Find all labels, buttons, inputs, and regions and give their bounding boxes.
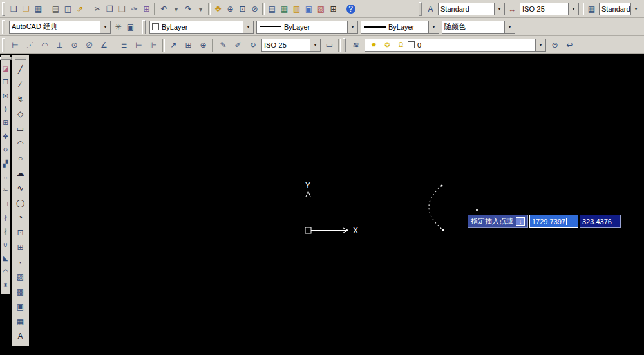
toolbar-grip[interactable] xyxy=(0,57,12,60)
help-button[interactable]: ? xyxy=(345,3,357,15)
make-objects-layer-current-button[interactable]: ⊜ xyxy=(548,39,562,52)
my-workspace-button[interactable]: ▣ xyxy=(124,21,137,34)
dim-angular-button[interactable]: ∠ xyxy=(97,39,111,52)
toolbar-grip[interactable] xyxy=(142,20,146,34)
center-mark-button[interactable]: ⊕ xyxy=(196,39,210,52)
dropdown-arrow-icon[interactable]: ▾ xyxy=(243,21,253,33)
match-properties-button[interactable]: ✑ xyxy=(128,3,140,15)
dropdown-arrow-icon[interactable]: ▾ xyxy=(630,3,641,15)
line-button[interactable]: ╱ xyxy=(14,62,28,77)
region-button[interactable]: ▣ xyxy=(14,299,28,314)
properties-button[interactable]: ▤ xyxy=(266,3,278,15)
dim-style-button[interactable]: ↔ xyxy=(506,3,518,15)
workspace-settings-button[interactable]: ✳ xyxy=(112,21,124,34)
save-button[interactable]: ▦ xyxy=(32,3,44,15)
layer-on-button[interactable]: ✹ xyxy=(368,41,380,50)
hatch-button[interactable]: ▨ xyxy=(14,269,28,284)
gradient-button[interactable]: ▩ xyxy=(14,284,28,299)
break-at-point-button[interactable]: ∤ xyxy=(1,211,11,224)
quick-leader-button[interactable]: ↗ xyxy=(167,39,180,52)
layer-properties-manager-button[interactable]: ≋ xyxy=(349,39,363,52)
fillet-button[interactable]: ◠ xyxy=(1,265,11,278)
multiline-text-button[interactable]: A xyxy=(14,329,28,343)
toolbar-grip[interactable] xyxy=(15,57,26,60)
sheet-set-manager-button[interactable]: ▣ xyxy=(303,3,315,15)
dropdown-arrow-icon[interactable]: ▾ xyxy=(504,21,515,33)
pan-button[interactable]: ✥ xyxy=(212,3,224,15)
dropdown-arrow-icon[interactable]: ▾ xyxy=(428,21,439,33)
tool-palettes-button[interactable]: ▥ xyxy=(290,3,303,15)
undo-options-button[interactable]: ▾ xyxy=(170,3,182,15)
ellipse-button[interactable]: ◯ xyxy=(14,195,28,210)
erase-button[interactable]: ◪ xyxy=(1,62,11,75)
table-style-combo[interactable]: Standard ▾ xyxy=(599,3,641,15)
join-button[interactable]: ∪ xyxy=(1,238,11,251)
layer-unlock-button[interactable]: Ω xyxy=(395,41,407,50)
plot-preview-button[interactable]: ◫ xyxy=(62,3,74,15)
dropdown-arrow-icon[interactable]: ▾ xyxy=(347,21,357,33)
zoom-window-button[interactable]: ⊡ xyxy=(236,3,249,15)
redo-options-button[interactable]: ▾ xyxy=(194,3,207,15)
dropdown-arrow-icon[interactable]: ▾ xyxy=(310,39,320,51)
table-button[interactable]: ▦ xyxy=(14,314,28,329)
arc-button[interactable]: ◠ xyxy=(14,136,28,151)
mirror-button[interactable]: ⋈ xyxy=(1,89,11,102)
offset-button[interactable]: ≬ xyxy=(1,102,11,116)
designcenter-button[interactable]: ▦ xyxy=(278,3,290,15)
dim-diameter-button[interactable]: ∅ xyxy=(82,39,96,52)
dim-edit-button[interactable]: ✎ xyxy=(216,39,230,52)
copy-button[interactable]: ❐ xyxy=(104,3,116,15)
polyline-button[interactable]: ↯ xyxy=(14,91,28,106)
dim-update-button[interactable]: ↻ xyxy=(246,39,260,52)
new-button[interactable]: ❏ xyxy=(8,3,20,15)
zoom-realtime-button[interactable]: ⊕ xyxy=(224,3,236,15)
trim-button[interactable]: ✁ xyxy=(1,184,11,197)
rectangle-button[interactable]: ▭ xyxy=(14,121,28,136)
toolbar-grip[interactable] xyxy=(2,2,5,16)
cut-button[interactable]: ✂ xyxy=(91,3,104,15)
table-style-button[interactable]: ▦ xyxy=(585,3,598,15)
open-button[interactable]: ❒ xyxy=(20,3,32,15)
block-editor-button[interactable]: ⊞ xyxy=(140,3,153,15)
toolbar-grip[interactable] xyxy=(419,2,422,16)
stretch-button[interactable]: ↔ xyxy=(1,170,11,184)
drawing-canvas[interactable]: Y X 指定插入点或 ↓ 1729.7397 323.4376 xyxy=(29,54,644,355)
workspace-combo[interactable]: AutoCAD 经典 ▾ xyxy=(9,21,111,34)
layer-thaw-button[interactable]: ❂ xyxy=(381,41,393,50)
point-button[interactable]: ∙ xyxy=(14,254,28,269)
dropdown-arrow-icon[interactable]: ▾ xyxy=(100,21,110,33)
toolbar-grip[interactable] xyxy=(343,38,346,52)
toolbar-grip[interactable] xyxy=(2,20,5,34)
dim-aligned-button[interactable]: ⋰ xyxy=(23,39,37,52)
zoom-previous-button[interactable]: ⊘ xyxy=(249,3,261,15)
markup-set-manager-button[interactable]: ▨ xyxy=(315,3,327,15)
dim-style-control-combo[interactable]: ISO-25 ▾ xyxy=(261,39,321,52)
dropdown-arrow-icon[interactable]: ▾ xyxy=(568,3,578,15)
dim-text-edit-button[interactable]: ✐ xyxy=(231,39,245,52)
dim-arc-length-button[interactable]: ◠ xyxy=(38,39,52,52)
linetype-combo[interactable]: ByLayer ▾ xyxy=(256,21,358,34)
plot-button[interactable]: ▤ xyxy=(50,3,62,15)
dynamic-input-y-field[interactable]: 323.4376 xyxy=(580,215,621,228)
lineweight-combo[interactable]: ByLayer ▾ xyxy=(361,21,439,34)
extend-button[interactable]: ⊣ xyxy=(1,197,11,211)
array-button[interactable]: ⊞ xyxy=(1,116,11,130)
undo-button[interactable]: ↶ xyxy=(158,3,170,15)
dropdown-arrow-icon[interactable]: ▾ xyxy=(535,39,545,51)
revision-cloud-button[interactable]: ☁ xyxy=(14,166,28,180)
text-style-combo[interactable]: Standard ▾ xyxy=(438,3,505,15)
tolerance-button[interactable]: ⊞ xyxy=(182,39,195,52)
layer-previous-button[interactable]: ↩ xyxy=(563,39,576,52)
insert-block-button[interactable]: ⊡ xyxy=(14,225,28,240)
quickcalc-button[interactable]: ⊞ xyxy=(327,3,339,15)
dim-style-manager-button[interactable]: ▭ xyxy=(323,39,336,52)
dim-continue-button[interactable]: ⊩ xyxy=(147,39,160,52)
publish-button[interactable]: ⇗ xyxy=(74,3,86,15)
ellipse-arc-button[interactable]: ◔ xyxy=(14,210,28,225)
rotate-button[interactable]: ↻ xyxy=(1,143,11,157)
redo-button[interactable]: ↷ xyxy=(182,3,194,15)
dim-ordinate-button[interactable]: ⊥ xyxy=(53,39,66,52)
plot-style-combo[interactable]: 随颜色 ▾ xyxy=(442,21,515,34)
make-block-button[interactable]: ⊞ xyxy=(14,240,28,254)
dim-radius-button[interactable]: ⊙ xyxy=(68,39,81,52)
